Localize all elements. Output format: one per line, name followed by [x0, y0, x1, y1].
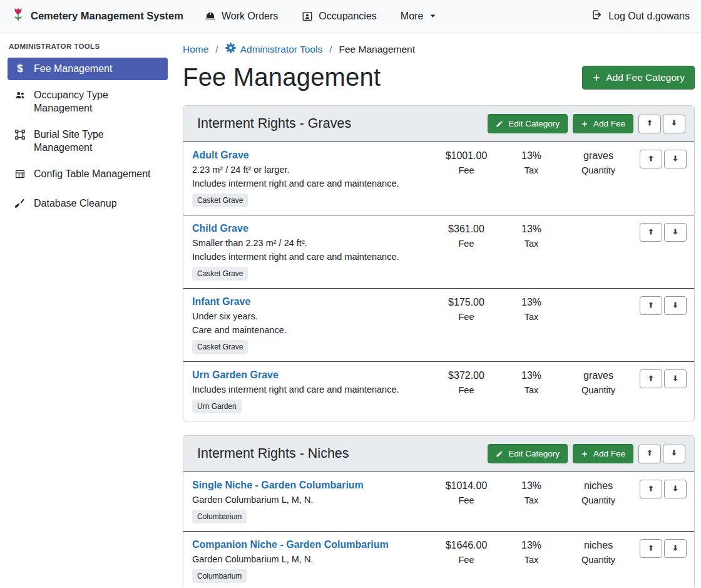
move-category-down-button[interactable] — [663, 445, 685, 463]
fee-info: Infant Grave Under six years. Care and m… — [192, 296, 434, 354]
tax-column: 13% Tax — [499, 369, 564, 395]
tax-label: Tax — [499, 495, 564, 505]
quantity-label: Quantity — [564, 555, 633, 565]
fee-category-card: Interment Rights - Graves Edit Category … — [183, 105, 695, 421]
fee-type-badge: Columbarium — [192, 569, 247, 583]
breadcrumb-admin-tools-link[interactable]: Administrator Tools — [225, 43, 323, 56]
breadcrumb-home-link[interactable]: Home — [183, 44, 208, 55]
category-actions: Edit Category Add Fee — [488, 444, 685, 463]
fee-amount-label: Fee — [434, 385, 499, 395]
fee-name-link[interactable]: Companion Niche - Garden Columbarium — [192, 539, 389, 550]
fee-amount-column: $1001.00 Fee — [434, 150, 499, 175]
fee-description: Includes interment right and care and ma… — [192, 252, 429, 262]
main-content: Home / — [175, 33, 701, 587]
arrow-group — [640, 223, 687, 242]
add-fee-button[interactable]: Add Fee — [573, 444, 633, 463]
quantity-unit: graves — [564, 370, 633, 381]
top-navbar: Cemetery Management System Work Orders O… — [0, 0, 701, 33]
pencil-icon — [496, 120, 503, 128]
move-fee-down-button[interactable] — [664, 150, 687, 168]
move-fee-down-button[interactable] — [664, 296, 687, 315]
plus-icon — [581, 450, 588, 458]
fee-name-link[interactable]: Infant Grave — [192, 296, 250, 307]
add-fee-button[interactable]: Add Fee — [573, 114, 633, 133]
breadcrumb-current: Fee Management — [339, 44, 416, 55]
move-category-up-button[interactable] — [638, 445, 661, 463]
fee-info: Child Grave Smaller than 2.23 m² / 24 ft… — [192, 223, 434, 281]
sidebar-item-fee-management[interactable]: $ Fee Management — [8, 58, 168, 80]
arrow-up-icon — [647, 154, 655, 165]
sidebar-item-config-table-management[interactable]: Config Table Management — [8, 163, 168, 188]
fee-amount-label: Fee — [434, 239, 499, 249]
fee-rows: Single Niche - Garden Columbarium Garden… — [183, 472, 694, 587]
move-fee-up-button[interactable] — [640, 480, 662, 498]
move-fee-down-button[interactable] — [664, 369, 687, 388]
sidebar-item-label: Burial Site Type Management — [34, 128, 161, 154]
tax-column: 13% Tax — [499, 150, 564, 175]
nav-more[interactable]: More — [401, 11, 437, 22]
tax-value: 13% — [499, 480, 564, 492]
fee-info: Adult Grave 2.23 m² / 24 ft² or larger. … — [192, 150, 434, 207]
nav-occupancies[interactable]: Occupancies — [302, 11, 377, 22]
pencil-icon — [496, 450, 503, 458]
sidebar-item-burial-site-type-management[interactable]: Burial Site Type Management — [8, 123, 168, 159]
arrow-down-icon — [670, 118, 678, 129]
arrow-up-icon — [646, 118, 653, 129]
nav-work-orders-label: Work Orders — [222, 11, 278, 22]
quantity-column: graves Quantity — [564, 150, 633, 175]
move-fee-up-button[interactable] — [640, 539, 662, 558]
move-fee-up-button[interactable] — [640, 369, 662, 388]
move-fee-down-button[interactable] — [664, 539, 687, 558]
fee-description: Includes interment right and care and ma… — [192, 384, 429, 395]
move-fee-down-button[interactable] — [664, 223, 687, 242]
hard-hat-icon — [205, 11, 216, 22]
fee-name-link[interactable]: Single Niche - Garden Columbarium — [192, 480, 364, 491]
fee-reorder-controls — [633, 480, 687, 498]
fee-row: Infant Grave Under six years. Care and m… — [183, 288, 694, 361]
tax-label: Tax — [499, 239, 564, 249]
arrow-down-icon — [672, 484, 679, 495]
add-fee-category-button[interactable]: Add Fee Category — [582, 66, 695, 90]
move-category-down-button[interactable] — [663, 115, 685, 133]
arrow-up-icon — [647, 227, 655, 238]
category-title: Interment Rights - Graves — [197, 116, 351, 132]
arrow-down-icon — [670, 448, 678, 459]
move-fee-down-button[interactable] — [664, 480, 687, 498]
arrow-up-icon — [647, 301, 655, 311]
navbar-links: Work Orders Occupancies More — [205, 11, 437, 22]
quantity-label: Quantity — [564, 385, 633, 395]
edit-category-label: Edit Category — [508, 119, 560, 128]
move-category-up-button[interactable] — [638, 115, 661, 133]
fee-reorder-controls — [633, 369, 687, 388]
move-fee-up-button[interactable] — [640, 150, 662, 168]
edit-category-button[interactable]: Edit Category — [488, 444, 568, 463]
category-header: Interment Rights - Graves Edit Category … — [183, 106, 694, 142]
tax-label: Tax — [499, 312, 564, 322]
fee-amount: $372.00 — [434, 370, 499, 381]
table-icon — [14, 168, 26, 183]
brand-link[interactable]: Cemetery Management System — [11, 7, 183, 26]
tax-label: Tax — [499, 555, 564, 565]
fee-amount-column: $361.00 Fee — [434, 223, 499, 249]
fee-info: Companion Niche - Garden Columbarium Gar… — [192, 539, 434, 583]
tax-value: 13% — [499, 540, 564, 551]
tax-column: 13% Tax — [499, 296, 564, 322]
nav-work-orders[interactable]: Work Orders — [205, 11, 278, 22]
category-header: Interment Rights - Niches Edit Category … — [183, 436, 694, 472]
fee-name-link[interactable]: Child Grave — [192, 223, 248, 234]
fee-name-link[interactable]: Adult Grave — [192, 150, 249, 161]
quantity-unit: graves — [564, 150, 633, 162]
tax-value: 13% — [499, 224, 564, 235]
page-layout: ADMINISTRATOR TOOLS $ Fee Management Occ… — [0, 33, 701, 587]
sidebar-item-occupancy-type-management[interactable]: Occupancy Type Management — [8, 84, 168, 120]
edit-category-button[interactable]: Edit Category — [488, 114, 568, 133]
nav-occupancies-label: Occupancies — [319, 11, 377, 22]
arrow-down-icon — [672, 301, 679, 311]
fee-name-link[interactable]: Urn Garden Grave — [192, 369, 279, 381]
move-fee-up-button[interactable] — [640, 296, 662, 315]
sidebar-item-database-cleanup[interactable]: Database Cleanup — [8, 192, 168, 217]
move-fee-up-button[interactable] — [640, 223, 662, 242]
logout-button[interactable]: Log Out d.gowans — [591, 9, 690, 23]
logout-label: Log Out d.gowans — [608, 11, 690, 22]
arrow-down-icon — [672, 227, 679, 238]
